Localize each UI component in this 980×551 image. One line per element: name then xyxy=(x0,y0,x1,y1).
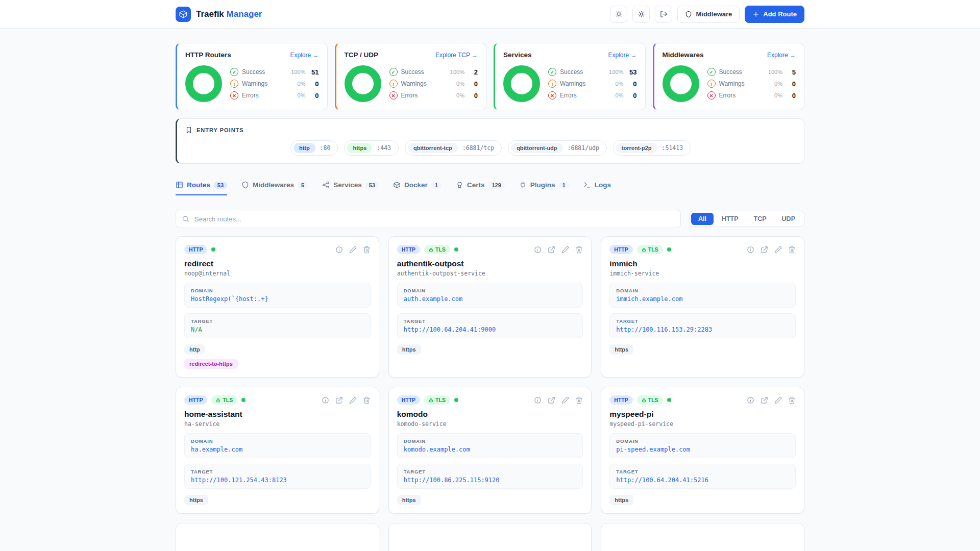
add-route-button[interactable]: Add Route xyxy=(745,6,804,23)
domain-label: DOMAIN xyxy=(404,288,577,293)
delete-button[interactable] xyxy=(788,246,796,254)
open-external-button[interactable] xyxy=(548,396,555,404)
info-button[interactable] xyxy=(747,246,754,254)
entry-point-port: :6881/udp xyxy=(568,144,599,152)
tls-label: TLS xyxy=(223,397,233,403)
route-name: immich xyxy=(609,259,796,268)
edit-button[interactable] xyxy=(561,396,569,404)
info-button[interactable] xyxy=(322,396,329,404)
error-circle-icon: ✕ xyxy=(707,91,716,99)
open-external-button[interactable] xyxy=(761,246,768,254)
edit-button[interactable] xyxy=(561,246,569,254)
plug-icon xyxy=(519,181,527,189)
tab-services[interactable]: Services53 xyxy=(322,181,379,195)
route-service: myspeed-pi-service xyxy=(609,420,796,428)
target-value: http://100.64.204.41:5216 xyxy=(616,477,789,484)
tab-label: Logs xyxy=(595,181,611,189)
route-card-komodo: HTTP TLS komodo komodo-service DOMAIN ko… xyxy=(388,387,592,514)
stat-label: Success xyxy=(719,68,742,76)
info-button[interactable] xyxy=(534,396,542,404)
stat-row: ✕Errors0%0 xyxy=(389,91,478,99)
stat-label: Warnings xyxy=(242,80,267,87)
info-button[interactable] xyxy=(534,246,542,254)
delete-button[interactable] xyxy=(788,396,796,404)
status-dot xyxy=(454,398,458,402)
trash-icon xyxy=(788,396,796,404)
entry-point-port: :51413 xyxy=(662,144,683,152)
stat-card-title: HTTP Routers xyxy=(185,51,231,59)
stat-count: 0 xyxy=(624,92,637,99)
route-service: authentik-outpost-service xyxy=(397,270,583,277)
stat-row: ✓Success100%53 xyxy=(548,68,637,76)
external-link-icon xyxy=(548,396,555,404)
stat-percent: 100% xyxy=(291,69,305,75)
explore-link[interactable]: Explore → xyxy=(767,52,796,59)
filter-all[interactable]: All xyxy=(691,213,714,225)
tls-label: TLS xyxy=(435,246,446,253)
route-card-immich: HTTP TLS immich immich-service DOMAIN im… xyxy=(601,236,804,378)
domain-label: DOMAIN xyxy=(191,438,364,444)
routes-grid: HTTP redirect noop@internal DOMAIN HostR… xyxy=(176,236,804,551)
open-external-button[interactable] xyxy=(548,246,555,254)
middleware-pill: redirect-to-https xyxy=(184,359,238,369)
open-external-button[interactable] xyxy=(761,396,768,404)
route-service: ha-service xyxy=(184,420,371,428)
stat-label: Errors xyxy=(719,92,736,99)
delete-button[interactable] xyxy=(363,396,371,404)
tab-logs[interactable]: Logs xyxy=(583,181,611,195)
route-card-stub xyxy=(388,523,592,551)
target-box: TARGET http://100.86.225.115:9120 xyxy=(397,464,583,489)
edit-button[interactable] xyxy=(774,396,782,404)
stat-count: 51 xyxy=(306,68,319,76)
explore-link[interactable]: Explore → xyxy=(608,52,636,59)
settings-button[interactable] xyxy=(632,6,650,23)
tab-certs[interactable]: Certs129 xyxy=(456,181,505,195)
info-button[interactable] xyxy=(335,246,343,254)
stat-row: ✕Errors0%0 xyxy=(548,91,637,99)
edit-button[interactable] xyxy=(349,246,357,254)
http-badge: HTTP xyxy=(609,395,632,405)
info-button[interactable] xyxy=(747,396,754,404)
search-input[interactable] xyxy=(176,210,681,228)
http-badge: HTTP xyxy=(397,395,420,405)
tab-count: 53 xyxy=(214,182,227,189)
explore-link[interactable]: Explore → xyxy=(290,52,318,59)
domain-value: ha.example.com xyxy=(191,446,364,453)
status-dot xyxy=(667,247,671,252)
stat-row: ✓Success100%51 xyxy=(230,68,319,76)
entry-point-name: torrent-p2p xyxy=(616,143,657,153)
edit-button[interactable] xyxy=(349,396,357,404)
header-actions: Middleware Add Route xyxy=(610,6,804,23)
box-icon xyxy=(393,181,401,189)
warning-circle-icon: ! xyxy=(707,80,716,88)
target-label: TARGET xyxy=(191,318,364,324)
explore-link[interactable]: Explore TCP → xyxy=(435,52,478,59)
app-title: Traefik Manager xyxy=(196,9,262,19)
domain-value: komodo.example.com xyxy=(404,446,577,453)
theme-toggle-button[interactable] xyxy=(610,6,627,23)
open-external-button[interactable] xyxy=(335,396,343,404)
middleware-button[interactable]: Middleware xyxy=(677,6,740,23)
filter-tcp[interactable]: TCP xyxy=(747,213,774,225)
filter-http[interactable]: HTTP xyxy=(715,213,746,225)
route-card-stub xyxy=(601,523,804,551)
protocol-filter-group: All HTTP TCP UDP xyxy=(689,211,804,227)
tls-badge: TLS xyxy=(637,245,663,254)
tab-routes[interactable]: Routes53 xyxy=(176,181,227,195)
filter-udp[interactable]: UDP xyxy=(775,213,802,225)
delete-button[interactable] xyxy=(575,246,583,254)
domain-box: DOMAIN immich.example.com xyxy=(609,283,796,308)
tab-label: Docker xyxy=(404,181,428,189)
logout-button[interactable] xyxy=(655,6,672,23)
lock-icon xyxy=(642,398,646,403)
tab-middlewares[interactable]: Middlewares5 xyxy=(241,181,308,195)
stat-row: ✕Errors0%0 xyxy=(707,91,796,99)
delete-button[interactable] xyxy=(363,246,371,254)
tab-plugins[interactable]: Plugins1 xyxy=(519,181,569,195)
edit-button[interactable] xyxy=(774,246,782,254)
delete-button[interactable] xyxy=(575,396,583,404)
success-donut xyxy=(663,65,699,102)
tab-label: Plugins xyxy=(530,181,555,189)
tab-docker[interactable]: Docker1 xyxy=(393,181,442,195)
stat-card-title: Middlewares xyxy=(663,51,704,59)
